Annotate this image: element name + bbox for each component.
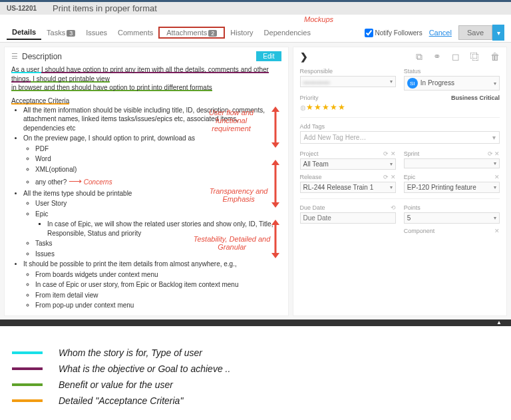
tab-issues[interactable]: Issues <box>81 26 112 39</box>
acceptance-criteria-heading: Acceptance Criteria <box>11 97 69 105</box>
properties-panel: ❯ ⧉ ⚭ ◻ ⿻ 🗑 Responsible ▬▬▬▬▾ Status SII… <box>293 47 507 316</box>
epic-label: Epic <box>404 174 416 180</box>
swatch-cyan <box>12 351 43 354</box>
arrow-right-icon: ⟶ <box>69 176 82 186</box>
notify-followers[interactable]: Notify Followers <box>365 29 423 37</box>
testability-annotation: Testability, Detailed and Granular <box>192 235 272 251</box>
priority-label: Priority <box>300 95 319 101</box>
hamburger-icon: ☰ <box>11 52 18 61</box>
component-label: Component <box>404 228 435 234</box>
tab-history[interactable]: History <box>225 26 258 39</box>
item-id: US-12201 <box>7 5 37 12</box>
status-select[interactable]: SIIn Progress▾ <box>404 76 500 91</box>
priority-value: Business Critical <box>451 95 500 101</box>
swatch-purple <box>12 367 43 370</box>
duedate-label: Due Date <box>300 204 325 211</box>
story-text: As a user I should have option to print … <box>11 65 281 93</box>
notify-checkbox[interactable] <box>365 29 373 37</box>
item-title: Print items in proper format <box>53 3 157 13</box>
cancel-link[interactable]: Cancel <box>429 29 452 37</box>
duplicate-icon[interactable]: ⿻ <box>470 51 480 63</box>
bottom-strip: ▲ <box>0 319 511 326</box>
copy-icon[interactable]: ⧉ <box>416 51 423 63</box>
tab-tasks[interactable]: Tasks3 <box>41 26 81 39</box>
addtags-label: Add Tags <box>300 123 500 130</box>
epic-select[interactable]: EP-120 Printing feature▾ <box>404 182 500 193</box>
release-select[interactable]: RL-244 Release Train 1▾ <box>300 182 396 193</box>
bookmark-icon[interactable]: ◻ <box>452 51 460 63</box>
arrow-vert-icon <box>272 160 279 207</box>
sprint-select[interactable]: ▾ <box>404 158 500 168</box>
edit-button[interactable]: Edit <box>256 51 281 61</box>
sprint-label: Sprint <box>404 150 420 157</box>
expand-up-icon[interactable]: ▲ <box>496 319 502 325</box>
criteria-list: All the item information should be visib… <box>23 106 281 310</box>
trash-icon[interactable]: 🗑 <box>490 51 500 63</box>
project-select[interactable]: All Team▾ <box>300 158 396 170</box>
concerns-annotation: Concerns <box>84 178 112 186</box>
tab-dependencies[interactable]: Dependencies <box>259 26 316 39</box>
chevron-right-icon[interactable]: ❯ <box>300 51 308 63</box>
responsible-select[interactable]: ▬▬▬▬▾ <box>300 76 396 87</box>
points-label: Points <box>404 204 500 211</box>
priority-stars[interactable]: ◍★★★★★ <box>300 103 500 112</box>
flow-annotation: User flow and functional requirement <box>202 108 261 132</box>
link-icon[interactable]: ⚭ <box>433 51 441 63</box>
swatch-green <box>12 383 43 386</box>
release-label: Release <box>300 174 322 180</box>
save-caret[interactable]: ▾ <box>492 25 504 41</box>
tab-comments[interactable]: Comments <box>112 26 158 39</box>
save-button[interactable]: Save <box>458 25 492 40</box>
responsible-label: Responsible <box>300 68 396 75</box>
tab-attachments[interactable]: Attachments2 <box>161 26 222 39</box>
swatch-orange <box>12 399 43 402</box>
points-select[interactable]: 5▾ <box>404 212 500 224</box>
arrow-vert-icon <box>272 220 279 258</box>
description-panel: ☰ Description Edit As a user I should ha… <box>4 47 289 316</box>
project-label: Project <box>300 150 319 157</box>
tab-details[interactable]: Details <box>7 25 41 40</box>
status-label: Status <box>404 68 500 75</box>
arrow-vert-icon <box>272 107 279 147</box>
mockups-annotation: Mockups <box>126 15 511 23</box>
duedate-input[interactable] <box>300 212 396 224</box>
addtag-input[interactable]: Add New Tag Here…▾ <box>300 131 500 144</box>
transparency-annotation: Transparency and Emphasis <box>206 187 272 203</box>
description-heading: Description <box>22 52 62 61</box>
legend: Whom the story is for, Type of user What… <box>0 326 511 420</box>
